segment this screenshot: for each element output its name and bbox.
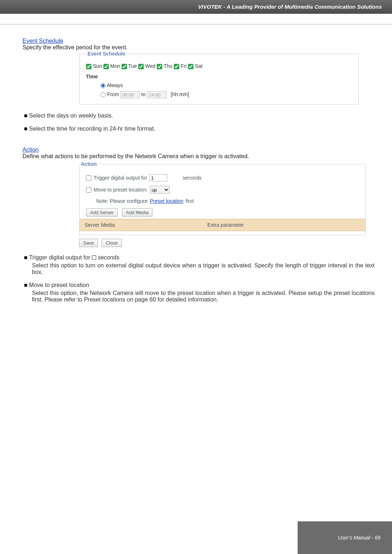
- day-mon-label: Mon: [110, 63, 120, 69]
- time-to-label: to: [141, 91, 146, 97]
- add-buttons-row: Add Server Add Media: [79, 206, 366, 219]
- day-wed-label: Wed: [145, 63, 156, 69]
- time-always-radio[interactable]: [101, 83, 106, 88]
- save-bar: Save Close: [79, 239, 375, 247]
- move-row: Move to preset location: up: [79, 184, 366, 196]
- time-hhmm-hint: [hh:mm]: [171, 91, 189, 97]
- day-fri-checkbox[interactable]: [174, 64, 179, 69]
- server-col: Server: [85, 222, 99, 228]
- footer: User's Manual - 69: [298, 521, 392, 554]
- preset-note-pre: Note: Please configure: [96, 198, 148, 204]
- time-always-label: Always: [107, 82, 123, 88]
- bullet-move: Move to preset location Select this opti…: [24, 282, 375, 303]
- page-number: User's Manual - 69: [338, 535, 380, 541]
- time-from-radio[interactable]: [101, 92, 106, 97]
- save-button[interactable]: Save: [79, 239, 98, 247]
- bullet-time: Select the time for recording in 24-hr t…: [24, 126, 375, 132]
- time-always-row: Always: [101, 82, 352, 88]
- add-media-button[interactable]: Add Media: [122, 208, 152, 217]
- time-heading: Time: [86, 74, 352, 79]
- server-media-header: Server Media Extra parameter: [79, 219, 366, 231]
- day-fri-label: Fri: [181, 63, 187, 69]
- preset-note-row: Note: Please configure Preset location f…: [79, 196, 366, 206]
- move-preset-select[interactable]: up: [150, 186, 170, 194]
- header-title: VIVOTEK - A Leading Provider of Multimed…: [198, 4, 382, 10]
- bullet-trigger-exp: Select this option to turn on external d…: [32, 262, 375, 275]
- schedule-bullets: Select the days on weekly basis. Select …: [23, 112, 375, 132]
- move-preset-checkbox[interactable]: [86, 187, 91, 193]
- action-legend: Action: [79, 161, 98, 167]
- move-preset-label: Move to preset location:: [94, 187, 148, 193]
- day-thu-checkbox[interactable]: [157, 64, 162, 69]
- preset-note-post: first: [185, 198, 194, 204]
- event-schedule-fieldset: Event Schedule Sun Mon Tue Wed Thu Fri S…: [79, 51, 359, 104]
- event-schedule-legend: Event Schedule: [86, 51, 127, 57]
- day-tue-checkbox[interactable]: [122, 64, 127, 69]
- time-to-input[interactable]: [147, 91, 167, 98]
- close-button[interactable]: Close: [102, 239, 122, 247]
- day-wed-checkbox[interactable]: [138, 64, 144, 69]
- content-area: Event Schedule Specify the effective per…: [0, 25, 392, 303]
- action-fieldset: Action Trigger digital output for second…: [79, 161, 366, 235]
- page-header: VIVOTEK - A Leading Provider of Multimed…: [0, 0, 392, 14]
- bullet-days: Select the days on weekly basis.: [24, 112, 375, 119]
- preset-location-link[interactable]: Preset location: [150, 198, 184, 204]
- trigger-output-label-post: seconds: [183, 175, 201, 181]
- day-sat-checkbox[interactable]: [188, 64, 193, 69]
- event-schedule-heading: Event Schedule: [23, 38, 375, 44]
- inline-checkbox-icon: [92, 255, 96, 260]
- bullet-move-exp: Select this option, the Network Camera w…: [32, 290, 375, 303]
- day-row: Sun Mon Tue Wed Thu Fri Sat: [86, 63, 352, 69]
- time-from-input[interactable]: [120, 91, 140, 98]
- trigger-output-seconds-input[interactable]: [149, 174, 167, 181]
- extra-col: Extra parameter: [207, 222, 244, 228]
- action-bullets: Trigger digital output for seconds Selec…: [23, 254, 375, 303]
- action-heading: Action: [23, 147, 375, 153]
- trigger-row: Trigger digital output for seconds: [79, 172, 366, 184]
- day-tue-label: Tue: [128, 63, 137, 69]
- time-from-label: From: [107, 91, 119, 97]
- media-col: Media: [101, 222, 115, 228]
- day-thu-label: Thu: [164, 63, 172, 69]
- event-schedule-intro: Specify the effective period for the eve…: [23, 44, 375, 51]
- day-sat-label: Sat: [195, 63, 203, 69]
- add-server-button[interactable]: Add Server: [86, 208, 118, 217]
- day-sun-label: Sun: [93, 63, 102, 69]
- time-from-row: From to [hh:mm]: [101, 91, 352, 98]
- trigger-output-checkbox[interactable]: [86, 175, 91, 181]
- trigger-output-label-pre: Trigger digital output for: [94, 175, 147, 181]
- bullet-trigger: Trigger digital output for seconds Selec…: [24, 254, 375, 275]
- day-sun-checkbox[interactable]: [86, 64, 91, 69]
- day-mon-checkbox[interactable]: [103, 64, 109, 69]
- action-intro: Define what actions to be performed by t…: [23, 153, 375, 160]
